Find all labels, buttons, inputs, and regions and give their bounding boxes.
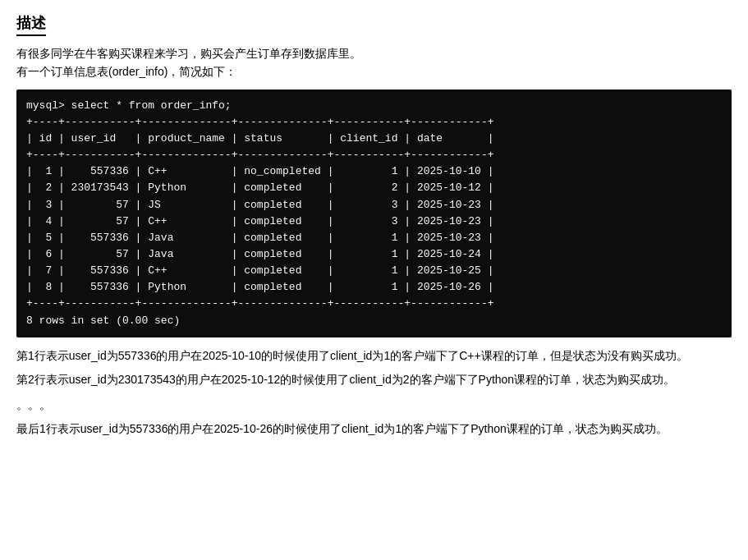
table-row: | 8 | 557336 | Python | completed | 1 | … bbox=[26, 279, 722, 296]
terminal-footer: 8 rows in set (0.00 sec) bbox=[26, 313, 722, 329]
explanation-block: 第1行表示user_id为557336的用户在2025-10-10的时候使用了c… bbox=[16, 346, 732, 440]
table-row: | 4 | 57 | C++ | completed | 3 | 2025-10… bbox=[26, 213, 722, 230]
table-row: | 1 | 557336 | C++ | no_completed | 1 | … bbox=[26, 163, 722, 180]
separator-top: +----+-----------+--------------+-------… bbox=[26, 114, 722, 131]
terminal-block: mysql> select * from order_info; +----+-… bbox=[16, 90, 732, 337]
explanation-last-row: 最后1行表示user_id为557336的用户在2025-10-26的时候使用了… bbox=[16, 419, 732, 439]
desc-line-1: 有很多同学在牛客购买课程来学习，购买会产生订单存到数据库里。 bbox=[16, 44, 732, 62]
page-title: 描述 bbox=[16, 13, 46, 36]
table-row: | 6 | 57 | Java | completed | 1 | 2025-1… bbox=[26, 246, 722, 263]
explanation-row2: 第2行表示user_id为230173543的用户在2025-10-12的时候使… bbox=[16, 370, 732, 390]
terminal-command: mysql> select * from order_info; bbox=[26, 98, 722, 114]
table-header: | id | user_id | product_name | status |… bbox=[26, 131, 722, 147]
table-row: | 7 | 557336 | C++ | completed | 1 | 202… bbox=[26, 263, 722, 279]
ellipsis: 。。。 bbox=[16, 395, 732, 415]
table-row: | 2 | 230173543 | Python | completed | 2… bbox=[26, 180, 722, 196]
separator-header: +----+-----------+--------------+-------… bbox=[26, 147, 722, 163]
description-block: 有很多同学在牛客购买课程来学习，购买会产生订单存到数据库里。 有一个订单信息表(… bbox=[16, 44, 732, 81]
explanation-row1: 第1行表示user_id为557336的用户在2025-10-10的时候使用了c… bbox=[16, 346, 732, 366]
separator-bottom: +----+-----------+--------------+-------… bbox=[26, 296, 722, 312]
desc-line-2: 有一个订单信息表(order_info)，简况如下： bbox=[16, 62, 732, 80]
table-row: | 5 | 557336 | Java | completed | 1 | 20… bbox=[26, 230, 722, 246]
table-row: | 3 | 57 | JS | completed | 3 | 2025-10-… bbox=[26, 197, 722, 213]
